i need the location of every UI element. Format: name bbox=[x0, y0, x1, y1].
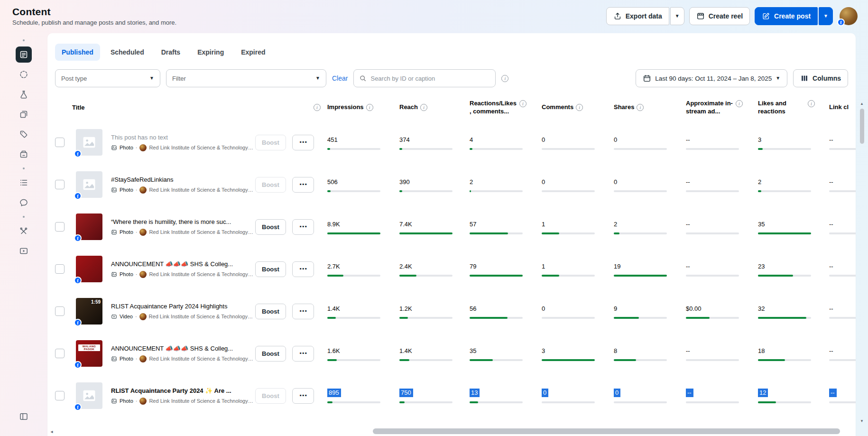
posts-icon[interactable] bbox=[16, 46, 32, 63]
more-options-button[interactable]: ⋯ bbox=[292, 219, 314, 235]
tab-expired[interactable]: Expired bbox=[234, 44, 272, 61]
stories-icon[interactable] bbox=[16, 66, 32, 83]
column-header[interactable]: Likes and reactions bbox=[758, 100, 805, 116]
collections-icon[interactable] bbox=[16, 146, 32, 162]
column-header[interactable]: Reach bbox=[399, 103, 418, 111]
column-header[interactable]: Comments bbox=[542, 103, 573, 111]
ab-tests-icon[interactable] bbox=[16, 86, 32, 102]
row-checkbox[interactable] bbox=[55, 180, 65, 189]
page-name[interactable]: Red Link Institute of Science & Technolo… bbox=[149, 271, 253, 277]
post-thumbnail[interactable]: f bbox=[76, 213, 102, 240]
content-library-icon[interactable] bbox=[16, 106, 32, 122]
row-checkbox[interactable] bbox=[55, 138, 65, 147]
export-options-caret-button[interactable]: ▼ bbox=[670, 7, 684, 25]
search-icon bbox=[359, 74, 367, 82]
planner-icon[interactable] bbox=[16, 175, 32, 191]
search-input[interactable] bbox=[370, 75, 490, 82]
post-thumbnail[interactable]: WALANG PASOK f bbox=[76, 340, 102, 367]
scroll-down-arrow-icon[interactable]: ▾ bbox=[861, 418, 863, 424]
metric-bar bbox=[686, 190, 739, 192]
tab-published[interactable]: Published bbox=[55, 44, 100, 61]
info-icon[interactable]: i bbox=[736, 100, 743, 107]
tags-icon[interactable] bbox=[16, 126, 32, 142]
boost-button[interactable]: Boost bbox=[255, 135, 286, 150]
boost-button[interactable]: Boost bbox=[255, 346, 286, 362]
page-name[interactable]: Red Link Institute of Science & Technolo… bbox=[149, 356, 253, 362]
metric-bar bbox=[542, 401, 595, 403]
comments-icon[interactable] bbox=[16, 195, 32, 211]
post-title[interactable]: This post has no text bbox=[111, 134, 253, 141]
row-checkbox[interactable] bbox=[55, 264, 65, 274]
page-name[interactable]: Red Link Institute of Science & Technolo… bbox=[149, 229, 253, 235]
info-icon[interactable]: i bbox=[576, 104, 583, 111]
row-checkbox[interactable] bbox=[55, 306, 65, 316]
boost-button[interactable]: Boost bbox=[255, 177, 286, 193]
post-type-select[interactable]: Post type ▼ bbox=[55, 69, 160, 87]
post-title[interactable]: #StaySafeRedLinkians bbox=[111, 176, 253, 183]
post-thumbnail[interactable]: f bbox=[76, 256, 102, 282]
page-name[interactable]: Red Link Institute of Science & Technolo… bbox=[149, 187, 253, 193]
info-icon[interactable]: i bbox=[637, 104, 644, 111]
export-data-button[interactable]: Export data bbox=[606, 7, 669, 25]
videos-icon[interactable] bbox=[16, 243, 32, 259]
tab-drafts[interactable]: Drafts bbox=[155, 44, 187, 61]
post-title[interactable]: ANNOUNCEMENT 📣📣📣 SHS & Colleg... bbox=[111, 345, 253, 352]
info-icon[interactable]: i bbox=[808, 100, 815, 107]
post-thumbnail[interactable]: f bbox=[76, 129, 102, 156]
post-title[interactable]: RLIST Acquaintance Party 2024 ✨ Are ... bbox=[111, 387, 253, 394]
title-column-header[interactable]: Title bbox=[72, 104, 85, 111]
title-cell: ANNOUNCEMENT 📣📣📣 SHS & Colleg... Photo ·… bbox=[111, 345, 255, 362]
columns-button[interactable]: Columns bbox=[793, 69, 848, 87]
info-icon[interactable]: i bbox=[366, 104, 373, 111]
boost-button[interactable]: Boost bbox=[255, 219, 286, 235]
column-header[interactable]: Link cl bbox=[829, 103, 849, 111]
more-options-button[interactable]: ⋯ bbox=[292, 177, 314, 193]
vertical-scrollbar-thumb[interactable] bbox=[860, 109, 864, 144]
tools-icon[interactable] bbox=[16, 223, 32, 239]
create-reel-button[interactable]: Create reel bbox=[689, 7, 750, 25]
info-icon[interactable]: i bbox=[314, 104, 321, 111]
search-info-icon[interactable]: i bbox=[501, 75, 508, 82]
tab-scheduled[interactable]: Scheduled bbox=[104, 44, 151, 61]
more-options-button[interactable]: ⋯ bbox=[292, 135, 314, 150]
date-range-button[interactable]: Last 90 days: Oct 11, 2024 – Jan 8, 2025… bbox=[636, 69, 787, 87]
metric-value: 18 bbox=[758, 347, 765, 354]
row-checkbox[interactable] bbox=[55, 391, 65, 400]
boost-button[interactable]: Boost bbox=[255, 388, 286, 404]
tab-expiring[interactable]: Expiring bbox=[191, 44, 231, 61]
post-thumbnail[interactable]: f bbox=[76, 382, 102, 409]
filter-select[interactable]: Filter ▼ bbox=[166, 69, 326, 87]
post-title[interactable]: RLIST Acquaintance Party 2024 Highlights bbox=[111, 303, 253, 310]
post-thumbnail[interactable]: 1:59 f bbox=[76, 298, 102, 325]
post-thumbnail[interactable]: f bbox=[76, 171, 102, 198]
metric-bar bbox=[614, 275, 667, 277]
column-header[interactable]: Approximate in-stream ad... bbox=[686, 100, 733, 116]
page-name[interactable]: Red Link Institute of Science & Technolo… bbox=[149, 398, 253, 404]
boost-button[interactable]: Boost bbox=[255, 304, 286, 319]
row-checkbox[interactable] bbox=[55, 349, 65, 358]
info-icon[interactable]: i bbox=[519, 100, 526, 107]
more-options-button[interactable]: ⋯ bbox=[292, 261, 314, 277]
profile-avatar[interactable]: f bbox=[840, 7, 858, 25]
create-post-caret-button[interactable]: ▼ bbox=[819, 7, 833, 25]
scroll-up-arrow-icon[interactable]: ▴ bbox=[861, 101, 863, 106]
more-options-button[interactable]: ⋯ bbox=[292, 346, 314, 362]
create-post-button[interactable]: Create post bbox=[755, 7, 818, 25]
more-options-button[interactable]: ⋯ bbox=[292, 388, 314, 404]
clear-filters-button[interactable]: Clear bbox=[332, 74, 348, 82]
column-header[interactable]: Impressions bbox=[327, 103, 364, 111]
row-checkbox[interactable] bbox=[55, 222, 65, 232]
page-name[interactable]: Red Link Institute of Science & Technolo… bbox=[149, 145, 253, 150]
post-title[interactable]: “Where there is humility, there is more … bbox=[111, 218, 253, 225]
boost-button[interactable]: Boost bbox=[255, 261, 286, 277]
info-icon[interactable]: i bbox=[420, 104, 427, 111]
page-name[interactable]: Red Link Institute of Science & Technolo… bbox=[149, 314, 253, 319]
horizontal-scrollbar-track[interactable] bbox=[56, 427, 848, 435]
more-options-button[interactable]: ⋯ bbox=[292, 304, 314, 319]
horizontal-scrollbar-thumb[interactable] bbox=[373, 428, 840, 434]
collapse-sidebar-icon[interactable] bbox=[16, 408, 32, 425]
column-header[interactable]: Reactions/Likes, comments... bbox=[470, 100, 517, 116]
post-title[interactable]: ANNOUNCEMENT 📣📣📣 SHS & Colleg... bbox=[111, 260, 253, 268]
scroll-left-arrow-icon[interactable]: ◂ bbox=[47, 429, 56, 434]
column-header[interactable]: Shares bbox=[614, 103, 634, 111]
